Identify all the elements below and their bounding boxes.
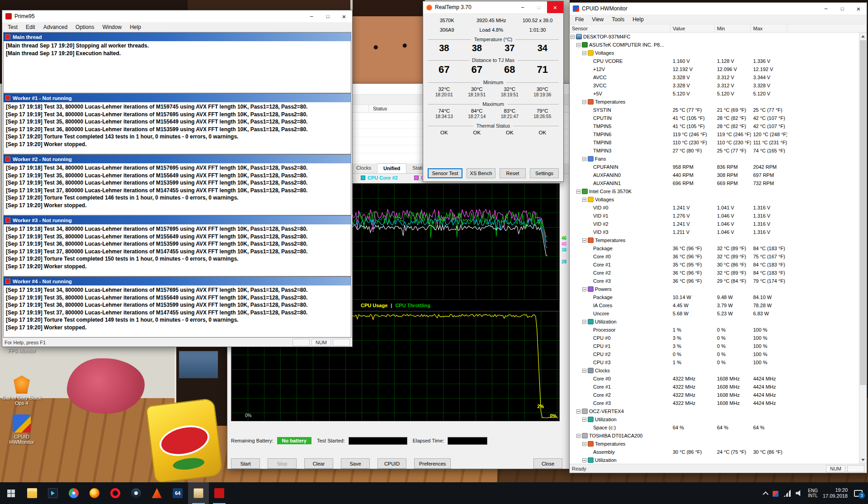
collapse-expander-icon[interactable] <box>582 198 586 202</box>
label-separator: | <box>391 303 392 308</box>
collapse-expander-icon[interactable] <box>576 43 580 47</box>
scroll-down-arrow[interactable] <box>859 456 867 464</box>
status-column-header[interactable]: Status <box>373 106 387 111</box>
realtemp-xs-bench-button[interactable]: XS Bench <box>467 168 495 178</box>
legend-checkbox[interactable] <box>414 176 419 180</box>
hwmonitor-window: CPUID HWMonitor FileViewToolsHelp Sensor… <box>569 2 867 473</box>
realtemp-reset-button[interactable]: Reset <box>500 168 526 178</box>
minimize-button[interactable] <box>303 10 320 22</box>
prime95-menu-edit[interactable]: Edit <box>22 23 39 31</box>
close-button[interactable] <box>336 10 352 22</box>
desktop-icon-label: CPUID HWMonitor <box>1 434 42 445</box>
minimize-button[interactable] <box>818 3 834 14</box>
monitor-save-button[interactable]: Save <box>341 458 370 469</box>
collapse-expander-icon[interactable] <box>582 369 586 373</box>
taskbar-opera-icon[interactable] <box>105 482 126 504</box>
collapse-expander-icon[interactable] <box>582 51 586 55</box>
sensor-value: 4.45 W <box>670 303 715 308</box>
tray-app-icon[interactable] <box>773 491 778 497</box>
prime95-menu-test[interactable]: Test <box>4 23 22 31</box>
taskbar-game-launcher-icon[interactable] <box>126 482 146 504</box>
collapse-expander-icon[interactable] <box>582 100 586 104</box>
taskbar-firefox-icon[interactable] <box>84 482 105 504</box>
prime95-icon <box>5 13 12 19</box>
volume-icon[interactable] <box>796 490 803 497</box>
collapse-expander-icon[interactable] <box>576 190 580 194</box>
monitor-clear-button[interactable]: Clear <box>304 458 333 469</box>
desktop-icon-cod[interactable]: Call of Duty Black Ops 4 <box>1 376 42 406</box>
monitor-start-button[interactable]: Start <box>231 458 260 469</box>
minimize-button[interactable] <box>514 1 531 13</box>
taskbar-clock[interactable]: 19:20 17.09.2018 <box>823 487 848 499</box>
collapse-expander-icon[interactable] <box>582 418 586 422</box>
prime95-menu-advanced[interactable]: Advanced <box>39 23 71 31</box>
realtemp-titlebar[interactable]: RealTemp 3.70 <box>423 1 563 13</box>
taskbar-chrome-icon[interactable] <box>63 482 84 504</box>
prime95-child-icon <box>5 157 10 162</box>
hwmonitor-titlebar[interactable]: CPUID HWMonitor <box>570 3 867 14</box>
prime95-menu-options[interactable]: Options <box>71 23 98 31</box>
collapse-expander-icon[interactable] <box>582 320 586 324</box>
graph-value-label: 40 <box>561 242 566 247</box>
prime95-titlebar[interactable]: Prime95 <box>2 10 352 22</box>
maximum-time: 18:27:14 <box>461 114 494 119</box>
monitor-stop-button[interactable]: Stop <box>268 458 297 469</box>
column-header-min[interactable]: Min <box>715 24 751 32</box>
maximize-button[interactable] <box>834 3 850 14</box>
bclk-multiplier: 100.52 x 39.0 <box>516 18 559 23</box>
collapse-expander-icon[interactable] <box>582 238 586 242</box>
monitor-cpuid-button[interactable]: CPUID <box>377 458 406 469</box>
realtemp-sensor-test-button[interactable]: Sensor Test <box>428 168 462 178</box>
collapse-expander-icon[interactable] <box>582 287 586 291</box>
collapse-expander-icon[interactable] <box>576 409 580 414</box>
prime95-child-titlebar[interactable]: Worker #3 - Not running <box>4 216 351 224</box>
collapse-expander-icon[interactable] <box>582 442 586 446</box>
scrollbar-thumb[interactable] <box>860 40 866 385</box>
hwmonitor-sensor-row: Package10.14 W9.48 W84.10 W <box>570 293 859 301</box>
prime95-child-titlebar[interactable]: Worker #4 - Not running <box>4 277 351 285</box>
taskbar-prime95-icon[interactable] <box>209 482 230 504</box>
taskbar-file-explorer-icon[interactable] <box>22 482 42 504</box>
hwmonitor-group-row: Powers <box>570 285 859 293</box>
sensor-min: 29 °C (84 °F) <box>715 278 751 284</box>
prime95-child-titlebar[interactable]: Worker #2 - Not running <box>4 155 351 163</box>
collapse-expander-icon[interactable] <box>582 458 586 462</box>
collapse-expander-icon[interactable] <box>576 434 580 438</box>
maximize-button[interactable] <box>320 10 336 22</box>
prime95-child-titlebar[interactable]: Worker #1 - Not running <box>4 94 351 102</box>
collapse-expander-icon[interactable] <box>582 157 586 161</box>
prime95-child-titlebar[interactable]: Main thread <box>4 33 351 41</box>
action-center-icon[interactable]: 3 <box>854 490 863 497</box>
log-line: [Sep 17 19:19] Test 36, 800000 Lucas-Leh… <box>6 179 349 187</box>
monitor-close-button[interactable]: Close <box>533 458 562 469</box>
tab-clocks[interactable]: Clocks <box>350 163 377 173</box>
close-button[interactable] <box>850 3 867 14</box>
show-hidden-icons-icon[interactable] <box>763 491 769 497</box>
realtemp-settings-button[interactable]: Settings <box>530 168 559 178</box>
close-button[interactable] <box>547 1 563 13</box>
legend-cpu-core-2[interactable]: CPU Core #2 <box>361 175 398 181</box>
language-indicator[interactable]: ENG INTL <box>808 488 818 498</box>
network-icon[interactable] <box>783 490 791 497</box>
desktop-icon-cpuid[interactable]: CPUID HWMonitor <box>1 414 42 445</box>
tab-unified[interactable]: Unified <box>377 163 406 173</box>
prime95-menu-window[interactable]: Window <box>98 23 126 31</box>
column-header-max[interactable]: Max <box>751 24 787 32</box>
hwmonitor-menu-help[interactable]: Help <box>628 15 648 24</box>
hwmonitor-menu-tools[interactable]: Tools <box>608 15 628 24</box>
taskbar-monitoring-app-icon[interactable] <box>188 482 209 504</box>
taskbar-msi-afterburner-icon[interactable] <box>146 482 167 504</box>
column-header-sensor[interactable]: Sensor <box>570 24 670 32</box>
scroll-up-arrow[interactable] <box>859 33 867 40</box>
taskbar-media-app-icon[interactable] <box>42 482 63 504</box>
start-button[interactable] <box>0 482 22 504</box>
hwmonitor-menu-view[interactable]: View <box>588 15 608 24</box>
prime95-menu-help[interactable]: Help <box>126 23 145 31</box>
column-header-value[interactable]: Value <box>670 24 715 32</box>
collapse-expander-icon[interactable] <box>571 35 575 39</box>
hwmonitor-menu-file[interactable]: File <box>571 15 588 24</box>
taskbar-cpu-z-icon[interactable]: 64 <box>167 482 188 504</box>
legend-checkbox[interactable] <box>361 176 365 180</box>
monitor-preferences-button[interactable]: Preferences <box>414 458 451 469</box>
vertical-scrollbar[interactable] <box>859 33 867 464</box>
